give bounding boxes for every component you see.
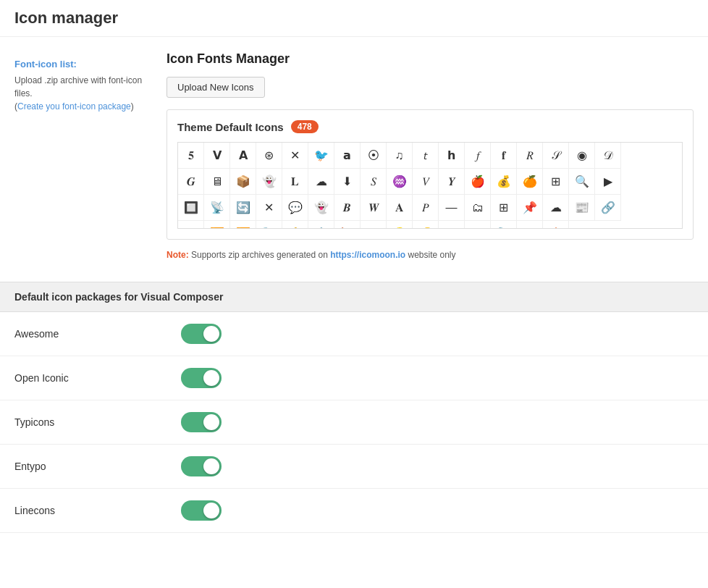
package-row: Open Iconic xyxy=(0,356,708,400)
page-header: Icon manager xyxy=(0,0,708,37)
icon-cell: 𝒟 xyxy=(595,143,621,169)
icon-cell: — xyxy=(439,195,465,221)
icon-cell: 🍊 xyxy=(517,169,543,195)
icon-cell: 𝗩 xyxy=(204,143,230,169)
icon-cell: 𝐟 xyxy=(491,143,517,169)
icon-cell: 𝒀 xyxy=(439,169,465,195)
package-toggle[interactable] xyxy=(181,324,222,344)
icon-cell: ✕ xyxy=(256,195,282,221)
icon-cell: ▶ xyxy=(595,169,621,195)
icon-cell: 𝑩 xyxy=(334,195,361,221)
package-row: Entypo xyxy=(0,445,708,489)
icon-cell: 🔍 xyxy=(569,169,595,195)
icon-cell: ⊞ xyxy=(491,195,517,221)
package-name: Entypo xyxy=(14,461,159,472)
icon-cell: 📋 xyxy=(308,221,334,229)
icon-cell: 𝘵 xyxy=(413,143,439,169)
icons-panel: Theme Default Icons 478 𝟓𝗩𝗔⊛✕🐦𝗮⦿♫𝘵𝗵𝑓𝐟𝑅𝒮◉… xyxy=(167,109,694,240)
icon-cell: 📡 xyxy=(204,195,230,221)
icon-cell: 📎 xyxy=(256,221,282,229)
icon-cell: 💡 xyxy=(387,221,413,229)
icon-cell: 𝗵 xyxy=(439,143,465,169)
icons-grid-wrapper[interactable]: 𝟓𝗩𝗔⊛✕🐦𝗮⦿♫𝘵𝗵𝑓𝐟𝑅𝒮◉𝒟𝑮🖥📦👻𝐋☁⬇𝑆♒𝑉𝒀🍎💰🍊⊞🔍▶🔲📡🔄✕💬👻… xyxy=(177,142,683,229)
icon-cell: 📦 xyxy=(230,169,256,195)
sidebar-description: Upload .zip archive with font-icon files… xyxy=(14,74,145,113)
icon-cell: ⬇ xyxy=(334,169,361,195)
icon-cell: 📂 xyxy=(361,221,387,229)
icons-panel-header: Theme Default Icons 478 xyxy=(177,120,683,133)
icon-cell: 🐦 xyxy=(308,143,334,169)
icon-cell: 🔔 xyxy=(282,221,308,229)
icon-cell: ♫ xyxy=(387,143,413,169)
icon-cell: 𝑃 xyxy=(413,195,439,221)
icon-cell: 𝐋 xyxy=(282,169,308,195)
note-body: Supports zip archives generated on xyxy=(191,250,330,260)
package-toggle[interactable] xyxy=(181,500,222,521)
package-name: Linecons xyxy=(14,505,159,516)
note-label: Note: xyxy=(167,250,189,260)
icon-cell: 🗂 xyxy=(465,195,491,221)
icon-cell: ⊛ xyxy=(256,143,282,169)
icon-cell: 𝑮 xyxy=(178,169,204,195)
icon-cell: ☁ xyxy=(308,169,334,195)
package-row: Awesome xyxy=(0,312,708,356)
icon-cell: 💬 xyxy=(282,195,308,221)
icon-cell: 🔁 xyxy=(204,221,230,229)
icon-cell: 🔄 xyxy=(230,195,256,221)
section-title: Icon Fonts Manager xyxy=(167,51,694,67)
icon-cell: 🔗 xyxy=(595,195,621,221)
icon-cell: 🛡 xyxy=(439,221,465,229)
icon-cell: 𝑅 xyxy=(517,143,543,169)
icon-cell: 🔖 xyxy=(334,221,361,229)
icon-cell: 𝗮 xyxy=(334,143,361,169)
icon-cell: 💰 xyxy=(491,169,517,195)
icon-cell: ◉ xyxy=(569,143,595,169)
note-text: Note: Supports zip archives generated on… xyxy=(167,250,694,260)
packages-header: Default icon packages for Visual Compose… xyxy=(0,282,708,312)
icon-cell: 👻 xyxy=(256,169,282,195)
package-toggle[interactable] xyxy=(181,368,222,388)
upload-new-icons-button[interactable]: Upload New Icons xyxy=(167,77,265,98)
icons-panel-title: Theme Default Icons xyxy=(177,121,284,133)
icon-cell: 📌 xyxy=(517,195,543,221)
package-name: Open Iconic xyxy=(14,372,159,384)
icon-cell: 🔲 xyxy=(178,195,204,221)
icon-count-badge: 478 xyxy=(291,120,319,133)
icon-cell: 🔧 xyxy=(491,221,517,229)
page-title: Icon manager xyxy=(0,0,708,37)
icon-cell: 📧 xyxy=(517,221,543,229)
icomoon-link[interactable]: https://icomoon.io xyxy=(330,250,405,260)
icon-cell: ⦿ xyxy=(361,143,387,169)
package-name: Typicons xyxy=(14,416,159,428)
icon-cell: 𝐀 xyxy=(387,195,413,221)
content-area: Icon Fonts Manager Upload New Icons Them… xyxy=(167,51,694,260)
icon-cell: 🍎 xyxy=(465,169,491,195)
icon-cell: 👻 xyxy=(308,195,334,221)
icon-cell: ♒ xyxy=(387,169,413,195)
packages-list: AwesomeOpen IconicTypiconsEntypoLinecons xyxy=(0,312,708,533)
icon-cell: 𝑆 xyxy=(361,169,387,195)
package-toggle[interactable] xyxy=(181,412,222,432)
icon-cell: 🔀 xyxy=(230,221,256,229)
icon-cell: ☁ xyxy=(543,195,569,221)
icon-cell: 𝑉 xyxy=(413,169,439,195)
package-row: Linecons xyxy=(0,489,708,533)
icon-cell: 📰 xyxy=(569,195,595,221)
icon-cell: 🖥 xyxy=(204,169,230,195)
create-package-link[interactable]: Create you font-icon package xyxy=(17,101,131,112)
package-name: Awesome xyxy=(14,328,159,340)
icon-cell: 𝒮 xyxy=(543,143,569,169)
icon-cell: 🔑 xyxy=(413,221,439,229)
icon-cell: ✕ xyxy=(282,143,308,169)
icons-grid: 𝟓𝗩𝗔⊛✕🐦𝗮⦿♫𝘵𝗵𝑓𝐟𝑅𝒮◉𝒟𝑮🖥📦👻𝐋☁⬇𝑆♒𝑉𝒀🍎💰🍊⊞🔍▶🔲📡🔄✕💬👻… xyxy=(178,143,682,229)
sidebar: Font-icon list: Upload .zip archive with… xyxy=(14,51,145,260)
icon-cell: 𝟓 xyxy=(178,143,204,169)
icon-cell: ⊞ xyxy=(543,169,569,195)
package-row: Typicons xyxy=(0,400,708,445)
icon-cell: 𝑓 xyxy=(465,143,491,169)
icon-cell: 🏠 xyxy=(543,221,569,229)
package-toggle[interactable] xyxy=(181,456,222,476)
packages-section: Default icon packages for Visual Compose… xyxy=(0,282,708,533)
icon-cell: 𝗔 xyxy=(230,143,256,169)
icon-cell: ⚙ xyxy=(465,221,491,229)
